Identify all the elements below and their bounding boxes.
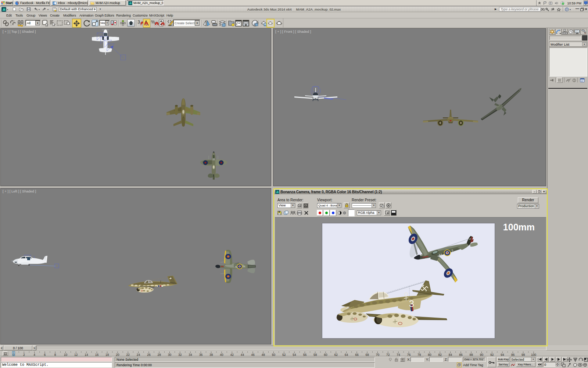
svg-text:88: 88 — [469, 353, 473, 357]
svg-text:24: 24 — [137, 353, 140, 357]
svg-text:36: 36 — [199, 353, 203, 357]
svg-text:82: 82 — [438, 353, 442, 357]
svg-text:16: 16 — [95, 353, 99, 357]
svg-text:90: 90 — [480, 353, 484, 357]
svg-text:84: 84 — [449, 353, 452, 357]
svg-text:ABC: ABC — [168, 24, 173, 26]
svg-text:48: 48 — [261, 353, 265, 357]
svg-text:78: 78 — [417, 353, 421, 357]
svg-text:80: 80 — [428, 353, 431, 357]
svg-text:54: 54 — [293, 353, 296, 357]
svg-text:4: 4 — [33, 353, 35, 357]
svg-text:62: 62 — [334, 353, 338, 357]
svg-text:N: N — [235, 265, 237, 269]
svg-text:30: 30 — [168, 353, 172, 357]
svg-text:74: 74 — [397, 353, 400, 357]
svg-text:52: 52 — [282, 353, 286, 357]
svg-text:28: 28 — [157, 353, 161, 357]
svg-text:96: 96 — [511, 353, 515, 357]
svg-text:86: 86 — [459, 353, 463, 357]
svg-text:2: 2 — [23, 353, 25, 357]
svg-text:46: 46 — [251, 353, 255, 357]
svg-text:12: 12 — [74, 353, 78, 357]
svg-text:3: 3 — [409, 298, 414, 309]
svg-text:0: 0 — [13, 353, 15, 357]
svg-text:34: 34 — [189, 353, 192, 357]
svg-text:20: 20 — [116, 353, 119, 357]
svg-text:26: 26 — [147, 353, 151, 357]
svg-text:R: R — [243, 265, 245, 268]
svg-text:58: 58 — [313, 353, 317, 357]
svg-text:70: 70 — [376, 353, 380, 357]
svg-text:66: 66 — [355, 353, 359, 357]
svg-text:94: 94 — [501, 353, 504, 357]
svg-text:44: 44 — [241, 353, 244, 357]
svg-text:56: 56 — [303, 353, 307, 357]
svg-text:8: 8 — [54, 353, 56, 357]
svg-text:14: 14 — [85, 353, 88, 357]
svg-text:100: 100 — [531, 353, 536, 357]
svg-text:64: 64 — [345, 353, 348, 357]
svg-text:72: 72 — [386, 353, 390, 357]
svg-text:60: 60 — [324, 353, 327, 357]
svg-text:18: 18 — [105, 353, 109, 357]
svg-text:42: 42 — [230, 353, 234, 357]
svg-text:40: 40 — [220, 353, 223, 357]
svg-text:38: 38 — [209, 353, 213, 357]
svg-text:22: 22 — [126, 353, 130, 357]
svg-text:6: 6 — [44, 353, 46, 357]
svg-text:98: 98 — [521, 353, 525, 357]
svg-text:?: ? — [566, 8, 568, 11]
svg-text:68: 68 — [365, 353, 369, 357]
svg-text:50: 50 — [272, 353, 276, 357]
svg-text:10: 10 — [64, 353, 68, 357]
svg-text:76: 76 — [407, 353, 411, 357]
svg-text:92: 92 — [490, 353, 494, 357]
svg-text:32: 32 — [178, 353, 182, 357]
